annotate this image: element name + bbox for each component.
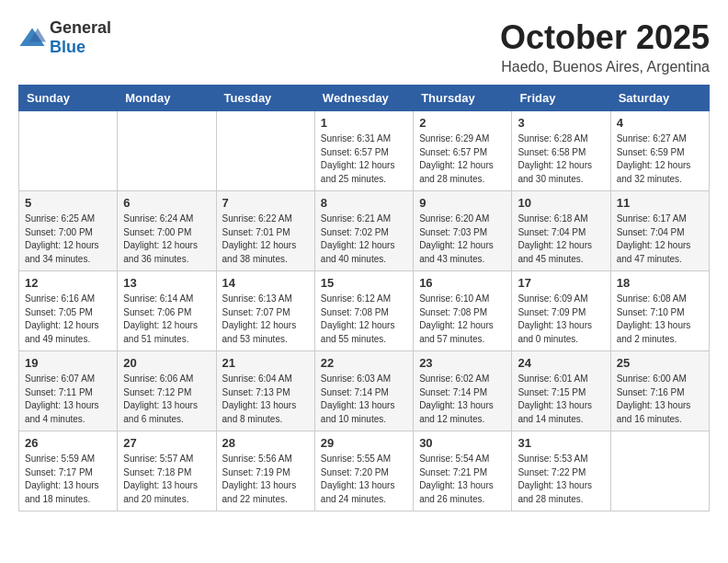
day-info: Sunrise: 6:08 AM Sunset: 7:10 PM Dayligh… — [617, 293, 703, 346]
day-number: 6 — [123, 196, 210, 210]
day-cell: 11Sunrise: 6:17 AM Sunset: 7:04 PM Dayli… — [610, 191, 709, 271]
day-cell — [610, 431, 709, 511]
day-number: 1 — [321, 116, 407, 130]
day-cell: 17Sunrise: 6:09 AM Sunset: 7:09 PM Dayli… — [512, 271, 610, 351]
weekday-friday: Friday — [512, 86, 610, 111]
day-info: Sunrise: 5:55 AM Sunset: 7:20 PM Dayligh… — [321, 453, 407, 506]
logo-icon — [18, 27, 46, 49]
day-info: Sunrise: 6:07 AM Sunset: 7:11 PM Dayligh… — [25, 373, 111, 426]
logo-general: General — [50, 18, 111, 37]
day-cell: 31Sunrise: 5:53 AM Sunset: 7:22 PM Dayli… — [512, 431, 610, 511]
day-info: Sunrise: 6:20 AM Sunset: 7:03 PM Dayligh… — [419, 213, 506, 266]
day-number: 2 — [419, 116, 506, 130]
day-cell: 22Sunrise: 6:03 AM Sunset: 7:14 PM Dayli… — [314, 351, 413, 431]
day-number: 9 — [419, 196, 506, 210]
day-number: 29 — [321, 436, 407, 450]
day-info: Sunrise: 6:10 AM Sunset: 7:08 PM Dayligh… — [419, 293, 506, 346]
day-cell: 1Sunrise: 6:31 AM Sunset: 6:57 PM Daylig… — [314, 111, 413, 191]
day-info: Sunrise: 6:01 AM Sunset: 7:15 PM Dayligh… — [518, 373, 604, 426]
day-info: Sunrise: 6:12 AM Sunset: 7:08 PM Dayligh… — [321, 293, 407, 346]
day-info: Sunrise: 6:06 AM Sunset: 7:12 PM Dayligh… — [123, 373, 210, 426]
day-cell: 16Sunrise: 6:10 AM Sunset: 7:08 PM Dayli… — [414, 271, 512, 351]
day-number: 31 — [518, 436, 604, 450]
day-info: Sunrise: 6:17 AM Sunset: 7:04 PM Dayligh… — [617, 213, 703, 266]
day-number: 19 — [25, 356, 111, 370]
weekday-monday: Monday — [118, 86, 216, 111]
day-info: Sunrise: 6:29 AM Sunset: 6:57 PM Dayligh… — [419, 132, 506, 186]
week-row-3: 12Sunrise: 6:16 AM Sunset: 7:05 PM Dayli… — [19, 271, 710, 351]
location-title: Haedo, Buenos Aires, Argentina — [500, 59, 710, 75]
day-info: Sunrise: 6:14 AM Sunset: 7:06 PM Dayligh… — [123, 293, 210, 346]
day-cell: 20Sunrise: 6:06 AM Sunset: 7:12 PM Dayli… — [118, 351, 216, 431]
day-number: 20 — [123, 356, 210, 370]
day-cell — [216, 111, 314, 191]
day-cell: 7Sunrise: 6:22 AM Sunset: 7:01 PM Daylig… — [216, 191, 314, 271]
day-cell: 26Sunrise: 5:59 AM Sunset: 7:17 PM Dayli… — [19, 431, 118, 511]
logo: General Blue — [18, 18, 111, 57]
day-cell: 24Sunrise: 6:01 AM Sunset: 7:15 PM Dayli… — [512, 351, 610, 431]
day-info: Sunrise: 6:27 AM Sunset: 6:59 PM Dayligh… — [617, 132, 703, 186]
day-number: 26 — [25, 436, 111, 450]
day-info: Sunrise: 6:21 AM Sunset: 7:02 PM Dayligh… — [321, 213, 407, 266]
week-row-1: 1Sunrise: 6:31 AM Sunset: 6:57 PM Daylig… — [19, 111, 710, 191]
calendar-body: 1Sunrise: 6:31 AM Sunset: 6:57 PM Daylig… — [19, 111, 710, 511]
day-cell: 29Sunrise: 5:55 AM Sunset: 7:20 PM Dayli… — [314, 431, 413, 511]
week-row-5: 26Sunrise: 5:59 AM Sunset: 7:17 PM Dayli… — [19, 431, 710, 511]
day-number: 23 — [419, 356, 506, 370]
day-number: 16 — [419, 276, 506, 290]
week-row-2: 5Sunrise: 6:25 AM Sunset: 7:00 PM Daylig… — [19, 191, 710, 271]
day-cell: 30Sunrise: 5:54 AM Sunset: 7:21 PM Dayli… — [414, 431, 512, 511]
header: General Blue October 2025 Haedo, Buenos … — [18, 18, 710, 75]
day-info: Sunrise: 5:59 AM Sunset: 7:17 PM Dayligh… — [25, 453, 111, 506]
day-number: 4 — [617, 116, 703, 130]
day-number: 7 — [222, 196, 309, 210]
day-number: 14 — [222, 276, 309, 290]
day-cell: 2Sunrise: 6:29 AM Sunset: 6:57 PM Daylig… — [414, 111, 512, 191]
day-number: 15 — [321, 276, 407, 290]
day-number: 13 — [123, 276, 210, 290]
day-cell: 18Sunrise: 6:08 AM Sunset: 7:10 PM Dayli… — [610, 271, 709, 351]
day-info: Sunrise: 6:09 AM Sunset: 7:09 PM Dayligh… — [518, 293, 604, 346]
day-cell: 5Sunrise: 6:25 AM Sunset: 7:00 PM Daylig… — [19, 191, 118, 271]
title-area: October 2025 Haedo, Buenos Aires, Argent… — [500, 18, 710, 75]
day-info: Sunrise: 6:16 AM Sunset: 7:05 PM Dayligh… — [25, 293, 111, 346]
day-cell: 10Sunrise: 6:18 AM Sunset: 7:04 PM Dayli… — [512, 191, 610, 271]
day-number: 10 — [518, 196, 604, 210]
day-info: Sunrise: 5:54 AM Sunset: 7:21 PM Dayligh… — [419, 453, 506, 506]
weekday-sunday: Sunday — [19, 86, 118, 111]
day-cell: 4Sunrise: 6:27 AM Sunset: 6:59 PM Daylig… — [610, 111, 709, 191]
day-cell: 23Sunrise: 6:02 AM Sunset: 7:14 PM Dayli… — [414, 351, 512, 431]
day-info: Sunrise: 6:03 AM Sunset: 7:14 PM Dayligh… — [321, 373, 407, 426]
logo-blue: Blue — [50, 38, 85, 56]
day-info: Sunrise: 5:57 AM Sunset: 7:18 PM Dayligh… — [123, 453, 210, 506]
day-info: Sunrise: 6:13 AM Sunset: 7:07 PM Dayligh… — [222, 293, 309, 346]
day-info: Sunrise: 6:00 AM Sunset: 7:16 PM Dayligh… — [617, 373, 703, 426]
day-number: 8 — [321, 196, 407, 210]
day-number: 25 — [617, 356, 703, 370]
day-number: 11 — [617, 196, 703, 210]
day-cell: 3Sunrise: 6:28 AM Sunset: 6:58 PM Daylig… — [512, 111, 610, 191]
day-cell: 14Sunrise: 6:13 AM Sunset: 7:07 PM Dayli… — [216, 271, 314, 351]
day-cell: 12Sunrise: 6:16 AM Sunset: 7:05 PM Dayli… — [19, 271, 118, 351]
day-info: Sunrise: 6:28 AM Sunset: 6:58 PM Dayligh… — [518, 132, 604, 186]
day-info: Sunrise: 6:25 AM Sunset: 7:00 PM Dayligh… — [25, 213, 111, 266]
day-cell: 6Sunrise: 6:24 AM Sunset: 7:00 PM Daylig… — [118, 191, 216, 271]
day-number: 18 — [617, 276, 703, 290]
day-info: Sunrise: 6:24 AM Sunset: 7:00 PM Dayligh… — [123, 213, 210, 266]
day-number: 24 — [518, 356, 604, 370]
day-number: 12 — [25, 276, 111, 290]
day-info: Sunrise: 6:22 AM Sunset: 7:01 PM Dayligh… — [222, 213, 309, 266]
day-cell — [118, 111, 216, 191]
day-cell: 21Sunrise: 6:04 AM Sunset: 7:13 PM Dayli… — [216, 351, 314, 431]
day-number: 3 — [518, 116, 604, 130]
day-info: Sunrise: 6:02 AM Sunset: 7:14 PM Dayligh… — [419, 373, 506, 426]
calendar-table: SundayMondayTuesdayWednesdayThursdayFrid… — [18, 85, 710, 511]
weekday-header-row: SundayMondayTuesdayWednesdayThursdayFrid… — [19, 86, 710, 111]
weekday-tuesday: Tuesday — [216, 86, 314, 111]
day-info: Sunrise: 5:56 AM Sunset: 7:19 PM Dayligh… — [222, 453, 309, 506]
day-cell: 19Sunrise: 6:07 AM Sunset: 7:11 PM Dayli… — [19, 351, 118, 431]
day-cell: 28Sunrise: 5:56 AM Sunset: 7:19 PM Dayli… — [216, 431, 314, 511]
day-cell: 13Sunrise: 6:14 AM Sunset: 7:06 PM Dayli… — [118, 271, 216, 351]
day-number: 17 — [518, 276, 604, 290]
day-cell: 8Sunrise: 6:21 AM Sunset: 7:02 PM Daylig… — [314, 191, 413, 271]
